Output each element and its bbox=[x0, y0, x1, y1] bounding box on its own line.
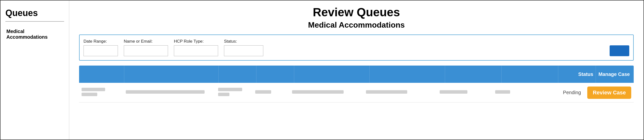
date-range-label: Date Range: bbox=[84, 39, 118, 44]
table-header-col-1 bbox=[79, 65, 124, 83]
table-cell-1 bbox=[79, 86, 123, 100]
table-cell-2 bbox=[123, 88, 216, 97]
name-email-input[interactable] bbox=[124, 45, 168, 56]
table-header-col-3 bbox=[218, 65, 256, 83]
status-cell: Pending bbox=[548, 88, 585, 97]
table-header-col-4 bbox=[256, 65, 294, 83]
hcp-role-label: HCP Role Type: bbox=[174, 39, 218, 44]
table-cell-4 bbox=[253, 88, 290, 97]
table-header-col-5 bbox=[294, 65, 370, 83]
table-header-col-7 bbox=[445, 65, 502, 83]
main-content: Review Queues Medical Accommodations Dat… bbox=[69, 1, 644, 139]
filter-bar: Date Range: Name or Email: HCP Role Type… bbox=[79, 35, 634, 61]
table-cell-6 bbox=[364, 88, 438, 97]
table-cell-5 bbox=[290, 88, 364, 97]
filter-fields: Date Range: Name or Email: HCP Role Type… bbox=[84, 39, 263, 56]
name-email-field: Name or Email: bbox=[124, 39, 168, 56]
table-cell-8 bbox=[493, 88, 548, 97]
review-case-button[interactable]: Review Case bbox=[587, 87, 631, 99]
date-range-field: Date Range: bbox=[84, 39, 118, 56]
manage-cell: Review Case bbox=[585, 85, 634, 101]
search-button[interactable] bbox=[610, 45, 629, 56]
table-header-col-8 bbox=[502, 65, 558, 83]
sidebar-title: Queues bbox=[6, 8, 64, 18]
table-header-col-2 bbox=[124, 65, 218, 83]
status-field: Status: bbox=[224, 39, 263, 56]
table-row: Pending Review Case bbox=[79, 83, 634, 103]
table-cell-3 bbox=[216, 86, 252, 100]
date-range-input[interactable] bbox=[84, 45, 118, 56]
table-header: Status Manage Case bbox=[79, 65, 634, 83]
name-email-label: Name or Email: bbox=[124, 39, 168, 44]
table-wrapper: Status Manage Case bbox=[79, 65, 634, 103]
hcp-role-field: HCP Role Type: bbox=[174, 39, 218, 56]
hcp-role-input[interactable] bbox=[174, 45, 218, 56]
sidebar-divider bbox=[6, 21, 64, 22]
table-header-manage-case: Manage Case bbox=[596, 65, 634, 83]
table-cell-7 bbox=[437, 88, 492, 97]
sidebar: Queues Medical Accommodations bbox=[0, 1, 69, 139]
table-header-col-6 bbox=[370, 65, 445, 83]
page-title: Review Queues bbox=[79, 6, 634, 19]
sidebar-item-medical-accommodations[interactable]: Medical Accommodations bbox=[6, 27, 64, 42]
status-label: Status: bbox=[224, 39, 263, 44]
page-subtitle: Medical Accommodations bbox=[79, 21, 634, 30]
status-input[interactable] bbox=[224, 45, 263, 56]
status-badge: Pending bbox=[563, 90, 581, 95]
table-header-status: Status bbox=[558, 65, 596, 83]
